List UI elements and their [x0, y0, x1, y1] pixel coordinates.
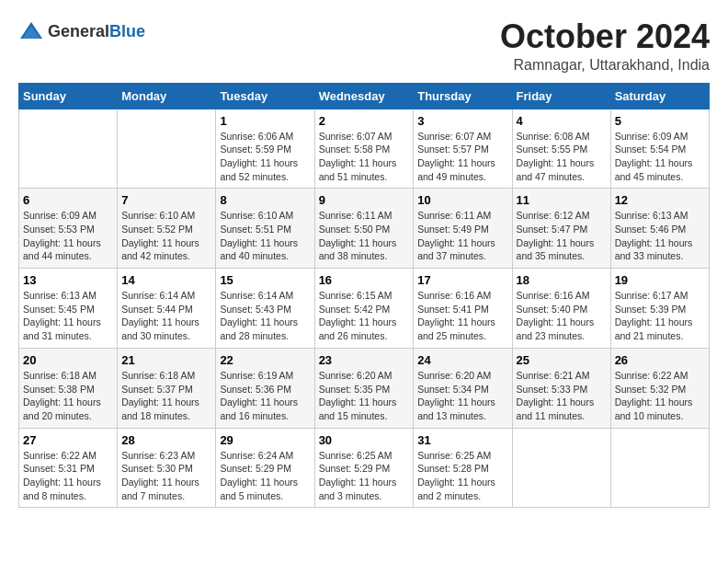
day-info: Sunrise: 6:16 AM Sunset: 5:41 PM Dayligh…: [417, 289, 507, 343]
calendar-cell: 2Sunrise: 6:07 AM Sunset: 5:58 PM Daylig…: [314, 109, 414, 189]
day-info: Sunrise: 6:25 AM Sunset: 5:29 PM Dayligh…: [319, 449, 410, 503]
day-number: 18: [517, 273, 607, 287]
col-header-monday: Monday: [118, 83, 216, 109]
day-number: 6: [23, 193, 113, 207]
day-info: Sunrise: 6:14 AM Sunset: 5:44 PM Dayligh…: [121, 289, 211, 343]
day-number: 13: [23, 273, 113, 287]
calendar-cell: 5Sunrise: 6:09 AM Sunset: 5:54 PM Daylig…: [610, 109, 709, 189]
calendar-cell: 10Sunrise: 6:11 AM Sunset: 5:49 PM Dayli…: [414, 189, 512, 269]
calendar-cell: 27Sunrise: 6:22 AM Sunset: 5:31 PM Dayli…: [19, 428, 118, 508]
day-info: Sunrise: 6:20 AM Sunset: 5:35 PM Dayligh…: [319, 369, 410, 423]
calendar-cell: 19Sunrise: 6:17 AM Sunset: 5:39 PM Dayli…: [610, 269, 709, 349]
calendar-cell: 4Sunrise: 6:08 AM Sunset: 5:55 PM Daylig…: [512, 109, 610, 189]
day-info: Sunrise: 6:09 AM Sunset: 5:53 PM Dayligh…: [23, 209, 113, 263]
calendar-cell: 12Sunrise: 6:13 AM Sunset: 5:46 PM Dayli…: [610, 189, 709, 269]
calendar-cell: 23Sunrise: 6:20 AM Sunset: 5:35 PM Dayli…: [314, 348, 414, 428]
day-number: 12: [615, 193, 705, 207]
calendar-week-5: 27Sunrise: 6:22 AM Sunset: 5:31 PM Dayli…: [19, 428, 710, 508]
page-header: GeneralBlue October 2024 Ramnagar, Uttar…: [18, 18, 710, 74]
day-info: Sunrise: 6:11 AM Sunset: 5:49 PM Dayligh…: [417, 209, 507, 263]
day-info: Sunrise: 6:25 AM Sunset: 5:28 PM Dayligh…: [417, 449, 507, 503]
day-number: 14: [121, 273, 211, 287]
calendar-cell: 9Sunrise: 6:11 AM Sunset: 5:50 PM Daylig…: [314, 189, 414, 269]
day-number: 10: [417, 193, 507, 207]
calendar-header-row: SundayMondayTuesdayWednesdayThursdayFrid…: [19, 83, 710, 109]
day-number: 4: [517, 114, 607, 128]
day-info: Sunrise: 6:13 AM Sunset: 5:45 PM Dayligh…: [23, 289, 113, 343]
day-number: 20: [23, 353, 113, 367]
day-info: Sunrise: 6:17 AM Sunset: 5:39 PM Dayligh…: [615, 289, 705, 343]
calendar-cell: [610, 428, 709, 508]
day-number: 8: [220, 193, 310, 207]
day-info: Sunrise: 6:22 AM Sunset: 5:31 PM Dayligh…: [23, 449, 113, 503]
calendar-cell: 17Sunrise: 6:16 AM Sunset: 5:41 PM Dayli…: [414, 269, 512, 349]
day-info: Sunrise: 6:22 AM Sunset: 5:32 PM Dayligh…: [615, 369, 705, 423]
day-number: 26: [615, 353, 705, 367]
calendar-cell: 18Sunrise: 6:16 AM Sunset: 5:40 PM Dayli…: [512, 269, 610, 349]
calendar-week-1: 1Sunrise: 6:06 AM Sunset: 5:59 PM Daylig…: [19, 109, 710, 189]
day-info: Sunrise: 6:07 AM Sunset: 5:57 PM Dayligh…: [417, 130, 507, 184]
day-info: Sunrise: 6:07 AM Sunset: 5:58 PM Dayligh…: [319, 130, 410, 184]
day-info: Sunrise: 6:16 AM Sunset: 5:40 PM Dayligh…: [517, 289, 607, 343]
logo-icon: [18, 18, 44, 44]
calendar-week-3: 13Sunrise: 6:13 AM Sunset: 5:45 PM Dayli…: [19, 269, 710, 349]
month-title: October 2024: [500, 18, 710, 55]
day-info: Sunrise: 6:12 AM Sunset: 5:47 PM Dayligh…: [517, 209, 607, 263]
calendar-cell: 14Sunrise: 6:14 AM Sunset: 5:44 PM Dayli…: [118, 269, 216, 349]
day-number: 29: [220, 433, 310, 447]
calendar-cell: 16Sunrise: 6:15 AM Sunset: 5:42 PM Dayli…: [314, 269, 414, 349]
day-number: 28: [121, 433, 211, 447]
day-info: Sunrise: 6:24 AM Sunset: 5:29 PM Dayligh…: [220, 449, 310, 503]
calendar-cell: 7Sunrise: 6:10 AM Sunset: 5:52 PM Daylig…: [118, 189, 216, 269]
day-info: Sunrise: 6:13 AM Sunset: 5:46 PM Dayligh…: [615, 209, 705, 263]
calendar-cell: 24Sunrise: 6:20 AM Sunset: 5:34 PM Dayli…: [414, 348, 512, 428]
location-title: Ramnagar, Uttarakhand, India: [500, 57, 710, 74]
day-info: Sunrise: 6:10 AM Sunset: 5:52 PM Dayligh…: [121, 209, 211, 263]
calendar-cell: [19, 109, 118, 189]
day-info: Sunrise: 6:06 AM Sunset: 5:59 PM Dayligh…: [220, 130, 310, 184]
col-header-sunday: Sunday: [19, 83, 118, 109]
calendar-body: 1Sunrise: 6:06 AM Sunset: 5:59 PM Daylig…: [19, 109, 710, 508]
col-header-saturday: Saturday: [610, 83, 709, 109]
logo-general: General: [48, 22, 109, 40]
day-info: Sunrise: 6:08 AM Sunset: 5:55 PM Dayligh…: [517, 130, 607, 184]
calendar-cell: 11Sunrise: 6:12 AM Sunset: 5:47 PM Dayli…: [512, 189, 610, 269]
col-header-friday: Friday: [512, 83, 610, 109]
day-info: Sunrise: 6:18 AM Sunset: 5:38 PM Dayligh…: [23, 369, 113, 423]
day-info: Sunrise: 6:21 AM Sunset: 5:33 PM Dayligh…: [517, 369, 607, 423]
calendar-cell: [512, 428, 610, 508]
day-info: Sunrise: 6:20 AM Sunset: 5:34 PM Dayligh…: [417, 369, 507, 423]
calendar-cell: 1Sunrise: 6:06 AM Sunset: 5:59 PM Daylig…: [216, 109, 314, 189]
day-number: 24: [417, 353, 507, 367]
day-number: 11: [517, 193, 607, 207]
calendar-week-2: 6Sunrise: 6:09 AM Sunset: 5:53 PM Daylig…: [19, 189, 710, 269]
calendar-cell: 28Sunrise: 6:23 AM Sunset: 5:30 PM Dayli…: [118, 428, 216, 508]
day-number: 21: [121, 353, 211, 367]
day-number: 7: [121, 193, 211, 207]
calendar-cell: 6Sunrise: 6:09 AM Sunset: 5:53 PM Daylig…: [19, 189, 118, 269]
day-number: 3: [417, 114, 507, 128]
day-info: Sunrise: 6:15 AM Sunset: 5:42 PM Dayligh…: [319, 289, 410, 343]
day-number: 22: [220, 353, 310, 367]
calendar-cell: 31Sunrise: 6:25 AM Sunset: 5:28 PM Dayli…: [414, 428, 512, 508]
day-number: 23: [319, 353, 410, 367]
day-number: 5: [615, 114, 705, 128]
calendar-cell: 30Sunrise: 6:25 AM Sunset: 5:29 PM Dayli…: [314, 428, 414, 508]
calendar-cell: 15Sunrise: 6:14 AM Sunset: 5:43 PM Dayli…: [216, 269, 314, 349]
day-info: Sunrise: 6:19 AM Sunset: 5:36 PM Dayligh…: [220, 369, 310, 423]
day-number: 15: [220, 273, 310, 287]
day-info: Sunrise: 6:09 AM Sunset: 5:54 PM Dayligh…: [615, 130, 705, 184]
title-area: October 2024 Ramnagar, Uttarakhand, Indi…: [500, 18, 710, 74]
col-header-wednesday: Wednesday: [314, 83, 414, 109]
calendar-cell: 13Sunrise: 6:13 AM Sunset: 5:45 PM Dayli…: [19, 269, 118, 349]
day-number: 31: [417, 433, 507, 447]
day-number: 27: [23, 433, 113, 447]
calendar-cell: [118, 109, 216, 189]
day-number: 16: [319, 273, 410, 287]
day-info: Sunrise: 6:14 AM Sunset: 5:43 PM Dayligh…: [220, 289, 310, 343]
day-number: 9: [319, 193, 410, 207]
calendar-cell: 29Sunrise: 6:24 AM Sunset: 5:29 PM Dayli…: [216, 428, 314, 508]
calendar-cell: 22Sunrise: 6:19 AM Sunset: 5:36 PM Dayli…: [216, 348, 314, 428]
calendar-cell: 8Sunrise: 6:10 AM Sunset: 5:51 PM Daylig…: [216, 189, 314, 269]
day-info: Sunrise: 6:11 AM Sunset: 5:50 PM Dayligh…: [319, 209, 410, 263]
